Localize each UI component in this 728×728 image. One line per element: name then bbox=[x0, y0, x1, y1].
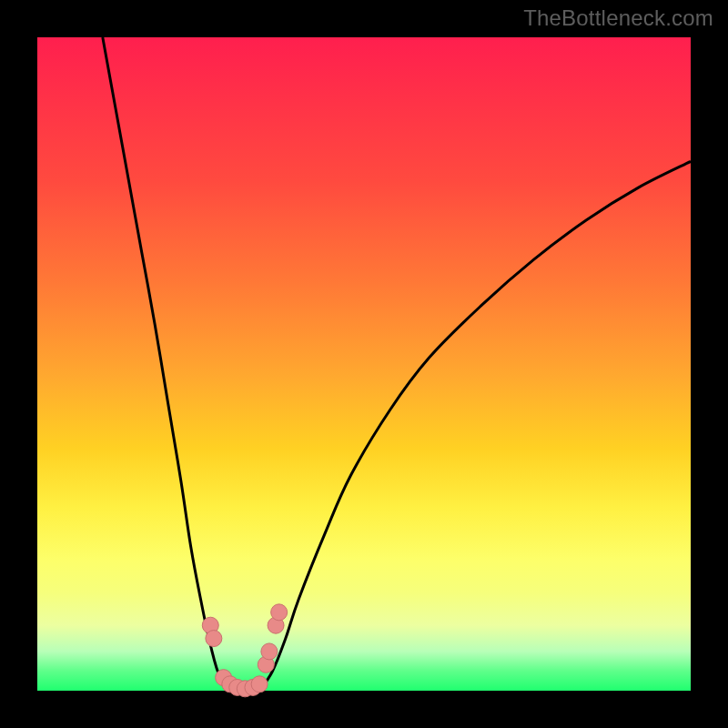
data-marker bbox=[271, 604, 288, 621]
chart-frame: TheBottleneck.com bbox=[0, 0, 728, 728]
data-marker bbox=[206, 631, 222, 647]
data-marker bbox=[251, 676, 268, 693]
curves-svg bbox=[37, 37, 691, 691]
data-marker bbox=[261, 643, 278, 660]
plot-area bbox=[37, 37, 691, 691]
data-markers bbox=[202, 604, 287, 697]
right-curve bbox=[259, 161, 691, 691]
left-curve bbox=[103, 37, 234, 691]
watermark-text: TheBottleneck.com bbox=[523, 5, 713, 31]
